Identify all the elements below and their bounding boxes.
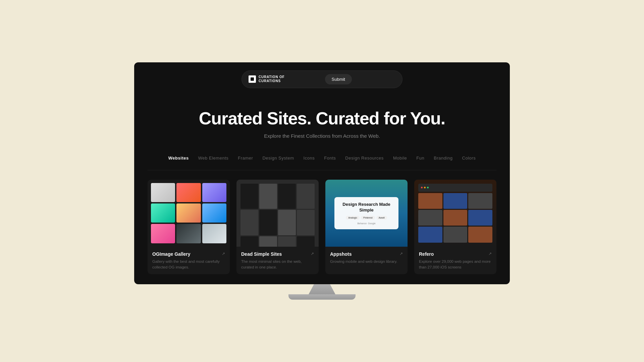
card-desc-deadsimple: The most minimal sites on the web, curat…: [241, 259, 314, 270]
card-deadsimple[interactable]: Dead Simple Sites ↗ The most minimal sit…: [236, 180, 319, 275]
card-title-deadsimple: Dead Simple Sites: [241, 251, 282, 257]
refero-tile: [418, 227, 442, 242]
card-image-refero: [414, 180, 496, 247]
card-desc-ogimage: Gallery with the best and most carefully…: [152, 259, 225, 270]
logo-text: CURATION OF CURATIONS: [259, 75, 285, 83]
cat-framer[interactable]: Framer: [238, 156, 253, 162]
appshots-preview-title: Design Research Made Simple: [340, 202, 393, 213]
monitor-stand: [134, 284, 510, 300]
card-title-row: Refero ↗: [419, 251, 492, 257]
card-refero[interactable]: Refero ↗ Explore over 29,000 web pages a…: [414, 180, 496, 275]
card-footer-ogimage: OGImage Gallery ↗ Gallery with the best …: [148, 247, 230, 275]
nav-inner: CURATION OF CURATIONS Submit: [241, 70, 402, 88]
refero-tile: [443, 227, 468, 242]
og-cell-8: [176, 224, 201, 243]
card-title-appshots: Appshots: [330, 251, 352, 257]
og-cell-2: [176, 183, 201, 202]
refero-tile: [443, 210, 468, 226]
card-footer-deadsimple: Dead Simple Sites ↗ The most minimal sit…: [236, 247, 319, 275]
cat-mobile[interactable]: Mobile: [393, 156, 407, 162]
deadsimple-grid: [236, 180, 319, 247]
ds-tile: [297, 184, 315, 209]
og-cell-7: [151, 224, 175, 243]
external-link-icon: ↗: [488, 251, 492, 256]
card-image-deadsimple: [236, 180, 319, 247]
appshots-pills: Analogic Pinterest Awwit: [340, 216, 393, 220]
card-title-row: Dead Simple Sites ↗: [241, 251, 314, 257]
refero-tile: [468, 193, 492, 209]
bottom-tag: Behance: [357, 222, 367, 225]
refero-tile: [443, 193, 468, 209]
og-cell-1: [151, 183, 175, 202]
hero-subtitle: Explore the Finest Collections from Acro…: [141, 133, 503, 139]
card-desc-appshots: Growing mobile and web design library.: [330, 259, 403, 264]
monitor-screen: CURATION OF CURATIONS Submit Curated Sit…: [134, 62, 510, 285]
external-link-icon: ↗: [311, 251, 314, 256]
card-desc-refero: Explore over 29,000 web pages and more t…: [419, 259, 492, 270]
pill: Awwit: [376, 216, 387, 220]
ds-tile: [259, 184, 277, 209]
stand-neck: [309, 284, 335, 294]
hero-section: Curated Sites. Curated for You. Explore …: [134, 95, 510, 156]
ds-tile: [297, 210, 315, 235]
og-grid: [148, 180, 230, 247]
cat-fun[interactable]: Fun: [416, 156, 424, 162]
external-link-icon: ↗: [222, 251, 225, 256]
pill: Analogic: [346, 216, 360, 220]
refero-grid: [418, 193, 492, 243]
refero-preview: [414, 180, 496, 247]
monitor-wrapper: CURATION OF CURATIONS Submit Curated Sit…: [134, 62, 510, 300]
card-title-row: Appshots ↗: [330, 251, 403, 257]
cat-design-system[interactable]: Design System: [262, 156, 294, 162]
og-cell-4: [151, 203, 175, 223]
card-ogimage[interactable]: OGImage Gallery ↗ Gallery with the best …: [148, 180, 230, 275]
cat-colors[interactable]: Colors: [462, 156, 476, 162]
appshots-content-box: Design Research Made Simple Analogic Pin…: [334, 197, 399, 229]
cat-websites[interactable]: Websites: [168, 156, 189, 162]
ds-tile: [240, 210, 258, 235]
refero-tile: [468, 227, 492, 242]
cat-web-elements[interactable]: Web Elements: [198, 156, 229, 162]
og-cell-6: [202, 203, 226, 223]
og-cell-5: [176, 203, 201, 223]
refero-tile: [468, 210, 492, 226]
cat-design-resources[interactable]: Design Resources: [345, 156, 384, 162]
appshots-bottom: Behance Google: [340, 222, 393, 225]
ds-tile: [240, 184, 258, 209]
navbar: CURATION OF CURATIONS Submit: [134, 62, 510, 95]
card-appshots[interactable]: Design Research Made Simple Analogic Pin…: [325, 180, 408, 275]
card-title-refero: Refero: [419, 251, 434, 257]
cards-grid: OGImage Gallery ↗ Gallery with the best …: [134, 170, 510, 275]
refero-tile: [418, 210, 442, 226]
cat-branding[interactable]: Branding: [434, 156, 452, 162]
refero-header: [418, 184, 492, 192]
og-cell-9: [202, 224, 226, 243]
ds-tile: [278, 236, 296, 247]
card-title-ogimage: OGImage Gallery: [152, 251, 191, 257]
pill: Pinterest: [361, 216, 375, 220]
ds-tile: [240, 236, 258, 247]
submit-button[interactable]: Submit: [325, 74, 352, 84]
card-footer-refero: Refero ↗ Explore over 29,000 web pages a…: [414, 247, 496, 275]
window-dot-green: [427, 187, 429, 188]
ds-tile: [259, 236, 277, 247]
logo-icon: [249, 75, 256, 83]
category-nav: Websites Web Elements Framer Design Syst…: [148, 156, 496, 170]
refero-tile: [418, 193, 442, 209]
ds-tile: [297, 236, 315, 247]
ds-tile: [278, 210, 296, 235]
card-image-appshots: Design Research Made Simple Analogic Pin…: [325, 180, 408, 247]
ds-tile: [259, 210, 277, 235]
card-title-row: OGImage Gallery ↗: [152, 251, 225, 257]
external-link-icon: ↗: [399, 251, 403, 256]
card-footer-appshots: Appshots ↗ Growing mobile and web design…: [325, 247, 408, 268]
logo-area: CURATION OF CURATIONS: [249, 75, 285, 83]
appshots-preview: Design Research Made Simple Analogic Pin…: [325, 180, 408, 247]
window-dot-yellow: [424, 187, 426, 188]
logo-icon-inner: [251, 77, 254, 81]
cat-icons[interactable]: Icons: [304, 156, 315, 162]
window-dot-red: [421, 187, 423, 188]
cat-fonts[interactable]: Fonts: [324, 156, 336, 162]
bottom-tag: Google: [368, 222, 376, 225]
hero-title: Curated Sites. Curated for You.: [141, 108, 503, 128]
